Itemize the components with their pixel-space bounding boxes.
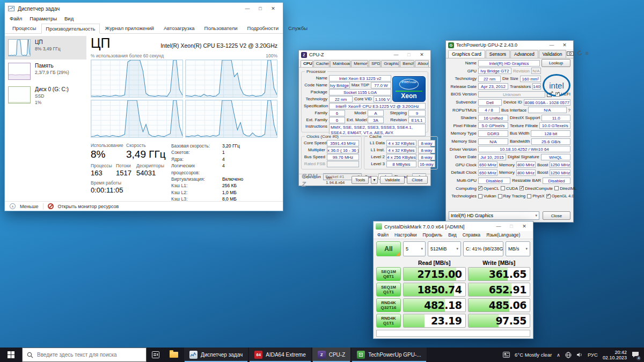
tools-button[interactable]: Tools bbox=[352, 176, 369, 184]
tab-about[interactable]: About bbox=[415, 60, 429, 67]
opencl-checkbox[interactable] bbox=[478, 186, 482, 190]
cuda-checkbox[interactable] bbox=[501, 186, 505, 190]
run-all-button[interactable]: All bbox=[376, 241, 401, 256]
fewer-details-button[interactable]: Меньше bbox=[20, 204, 39, 209]
menu-settings[interactable]: Настройки bbox=[394, 232, 417, 238]
close-button[interactable]: Close bbox=[543, 211, 570, 220]
sidebar-item-memory[interactable]: Память 2,3/7,9 ГБ (29%) bbox=[5, 60, 86, 83]
tab-graphics[interactable]: Graphics bbox=[381, 60, 399, 67]
screenshot-camera-icon[interactable] bbox=[567, 51, 574, 56]
taskbar-app-gpuz[interactable]: TechPowerUp GPU-... bbox=[352, 348, 426, 362]
directcompute-checkbox[interactable] bbox=[519, 186, 524, 190]
opengl-checkbox[interactable] bbox=[546, 194, 551, 198]
cpuz-titlebar[interactable]: Z CPU-Z — □ ✕ bbox=[299, 50, 430, 59]
cpu-core-graph-1[interactable] bbox=[91, 60, 183, 98]
notification-center-button[interactable]: 4 bbox=[632, 351, 639, 359]
task-manager-titlebar[interactable]: Диспетчер задач — □ ✕ bbox=[5, 3, 283, 14]
seq1m-q8t1-button[interactable]: SEQ1MQ8T1 bbox=[376, 267, 401, 281]
menu-options[interactable]: Параметры bbox=[30, 16, 57, 21]
clock[interactable]: 20:42 02.10.2023 bbox=[603, 350, 627, 360]
news-weather-icon[interactable] bbox=[503, 352, 510, 358]
taskbar-app-aida64[interactable]: 64 AIDA64 Extreme bbox=[249, 348, 311, 362]
tab-processes[interactable]: Процессы bbox=[8, 23, 40, 33]
tab-cpu[interactable]: CPU bbox=[301, 60, 313, 67]
tab-mainboard[interactable]: Mainboard bbox=[330, 60, 350, 67]
tab-memory[interactable]: Memory bbox=[351, 60, 368, 67]
show-hidden-icons-chevron[interactable]: ∧ bbox=[557, 352, 560, 358]
network-globe-icon[interactable] bbox=[565, 352, 572, 358]
gpuz-titlebar[interactable]: G TechPowerUp GPU-Z 2.43.0 — ✕ bbox=[446, 41, 573, 49]
target-drive-select[interactable]: C: 41% (98/238GiB)▾ bbox=[463, 241, 503, 256]
tab-services[interactable]: Службы bbox=[284, 23, 312, 33]
sidebar-item-disk[interactable]: Диск 0 (G: C:) SSD 1% bbox=[5, 83, 86, 108]
bus-interface-help[interactable]: ? bbox=[568, 108, 570, 113]
test-size-select[interactable]: 512MiB▾ bbox=[428, 241, 461, 256]
menu-view[interactable]: Вид bbox=[448, 232, 456, 238]
minimize-button[interactable]: — bbox=[492, 222, 505, 231]
start-button[interactable] bbox=[0, 348, 22, 362]
close-button[interactable]: ✕ bbox=[415, 50, 428, 59]
rnd4k-q1t1-button[interactable]: RND4KQ1T1 bbox=[376, 314, 401, 328]
test-count-select[interactable]: 5▾ bbox=[403, 241, 426, 256]
uefi-checkbox[interactable] bbox=[555, 92, 560, 97]
tab-sensors[interactable]: Sensors bbox=[486, 50, 510, 58]
tab-caches[interactable]: Caches bbox=[313, 60, 330, 67]
directml-checkbox[interactable] bbox=[554, 186, 559, 190]
tab-performance[interactable]: Производительность bbox=[41, 24, 99, 34]
menu-language[interactable]: Язык(Language) bbox=[486, 232, 520, 238]
minimize-button[interactable]: — bbox=[390, 50, 402, 59]
revision-field: E1/L1 bbox=[408, 117, 426, 123]
tab-startup[interactable]: Автозагрузка bbox=[159, 23, 199, 33]
menu-file[interactable]: Файл bbox=[377, 232, 389, 238]
menu-file[interactable]: Файл bbox=[10, 16, 22, 21]
keyboard-language[interactable]: РУС bbox=[588, 352, 598, 358]
minimize-button[interactable]: — bbox=[545, 41, 558, 49]
tab-spd[interactable]: SPD bbox=[369, 60, 380, 67]
cpu-core-graph-4[interactable] bbox=[185, 100, 277, 138]
task-view-button[interactable] bbox=[147, 348, 165, 362]
tab-details[interactable]: Подробности bbox=[243, 23, 283, 33]
weather-status[interactable]: 6°C Mostly clear bbox=[515, 352, 552, 358]
minimize-button[interactable]: — bbox=[241, 4, 254, 13]
seq1m-q1t1-button[interactable]: SEQ1MQ1T1 bbox=[376, 283, 401, 297]
sidebar-item-cpu[interactable]: ЦП 8% 3,49 ГГц bbox=[5, 36, 86, 60]
tab-graphics-card[interactable]: Graphics Card bbox=[448, 50, 485, 58]
cdm-titlebar[interactable]: CrystalDiskMark 7.0.0 x64 [ADMIN] — □ ✕ bbox=[374, 221, 533, 231]
raytracing-checkbox[interactable] bbox=[498, 194, 502, 198]
unit-select[interactable]: MB/s▾ bbox=[506, 241, 530, 256]
tab-app-history[interactable]: Журнал приложений bbox=[101, 23, 158, 33]
taskbar-search[interactable] bbox=[22, 348, 147, 362]
taskbar-app-cpuz[interactable]: Z CPU-Z bbox=[312, 348, 351, 362]
tab-bench[interactable]: Bench bbox=[400, 60, 414, 67]
tab-users[interactable]: Пользователи bbox=[200, 23, 242, 33]
desktop: Диспетчер задач — □ ✕ Файл Параметры Вид… bbox=[0, 0, 644, 362]
physx-checkbox[interactable] bbox=[527, 194, 531, 198]
open-resource-monitor-link[interactable]: Открыть монитор ресурсов bbox=[58, 204, 119, 209]
close-button[interactable]: Close bbox=[407, 176, 428, 184]
maximize-button: □ bbox=[505, 222, 518, 231]
vulkan-checkbox[interactable] bbox=[478, 194, 482, 198]
validate-button[interactable]: Validate bbox=[380, 176, 405, 184]
search-input[interactable] bbox=[37, 352, 142, 358]
rnd4k-q32t16-button[interactable]: RND4KQ32T16 bbox=[376, 298, 401, 312]
menu-view[interactable]: Вид bbox=[64, 16, 74, 21]
close-button[interactable]: ✕ bbox=[558, 41, 571, 49]
tools-dropdown-button[interactable]: ▾ bbox=[371, 176, 378, 184]
tab-validation[interactable]: Validation bbox=[539, 50, 566, 58]
close-button[interactable]: ✕ bbox=[267, 4, 280, 13]
menu-hamburger-icon[interactable]: ≡ bbox=[586, 50, 589, 56]
cpu-core-graph-3[interactable] bbox=[91, 100, 183, 138]
refresh-icon[interactable] bbox=[577, 50, 582, 56]
menu-help[interactable]: Справка bbox=[463, 232, 480, 238]
maximize-button[interactable]: □ bbox=[254, 4, 267, 13]
cpu-core-graph-2[interactable] bbox=[185, 60, 277, 98]
file-explorer-button[interactable] bbox=[165, 348, 183, 362]
volume-icon[interactable] bbox=[576, 352, 583, 358]
menu-profile[interactable]: Профиль bbox=[423, 232, 443, 238]
l2-way-field: 8-way bbox=[418, 154, 435, 160]
gpu-device-select[interactable]: Intel(R) HD Graphics▾ bbox=[449, 211, 539, 220]
taskbar-app-task-manager[interactable]: Диспетчер задач bbox=[184, 348, 248, 362]
lookup-button[interactable]: Lookup bbox=[541, 59, 570, 67]
tab-advanced[interactable]: Advanced bbox=[510, 50, 538, 58]
close-button[interactable]: ✕ bbox=[518, 222, 531, 231]
